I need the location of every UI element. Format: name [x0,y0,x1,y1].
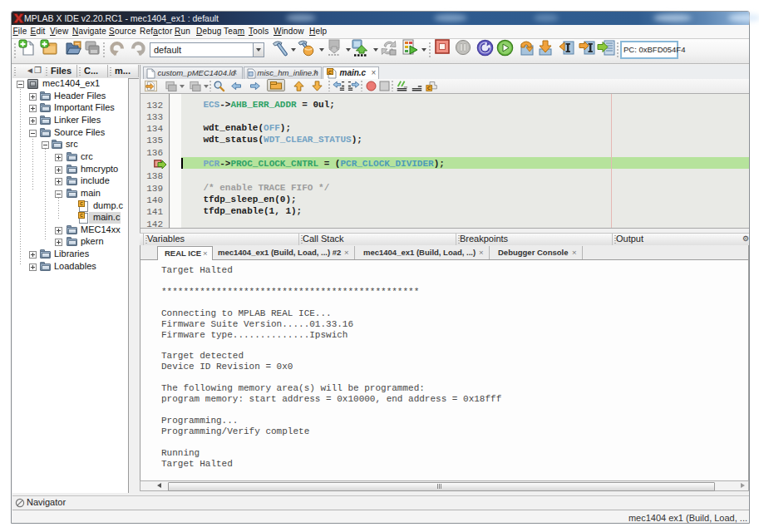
svg-text:C: C [328,70,332,75]
